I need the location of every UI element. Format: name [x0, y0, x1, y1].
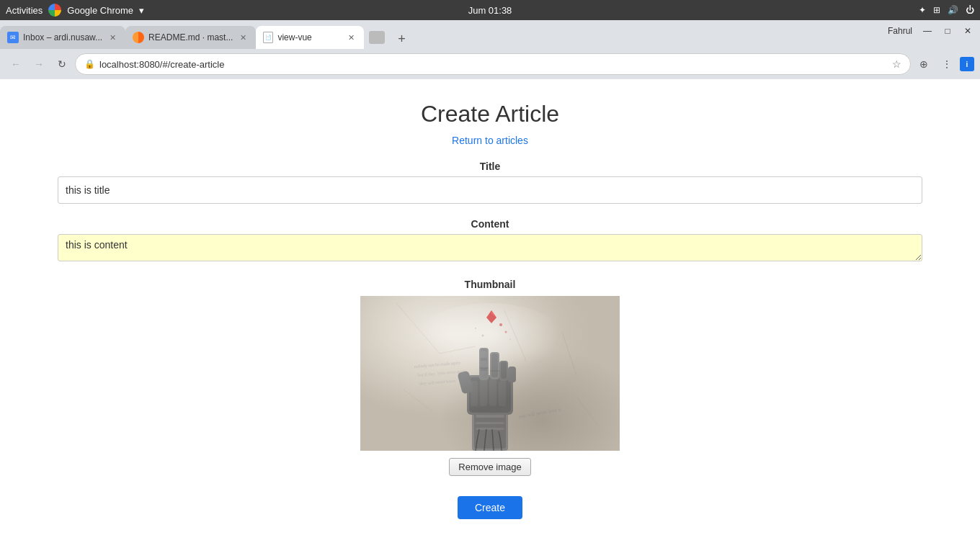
- svg-point-12: [505, 331, 507, 333]
- svg-rect-18: [476, 415, 504, 418]
- svg-rect-24: [480, 379, 487, 406]
- chrome-icon: [48, 4, 61, 17]
- window-minimize-button[interactable]: —: [918, 23, 937, 39]
- activities-label[interactable]: Activities: [6, 5, 43, 16]
- window-maximize-button[interactable]: □: [938, 23, 957, 39]
- bookmark-star-icon[interactable]: ☆: [892, 58, 901, 70]
- window-controls: Fahrul — □ ✕: [881, 20, 980, 42]
- url-lock-icon: 🔒: [84, 59, 95, 69]
- tab-view-vue[interactable]: 📄 view-vue ✕: [256, 26, 364, 49]
- return-link[interactable]: Return to articles: [452, 135, 528, 146]
- create-button-wrapper: Create: [58, 487, 922, 519]
- svg-rect-34: [499, 361, 508, 381]
- svg-rect-27: [479, 348, 489, 380]
- svg-point-13: [482, 335, 484, 337]
- url-bar[interactable]: 🔒 localhost:8080/#/create-article ☆: [75, 53, 911, 75]
- svg-line-3: [396, 303, 440, 354]
- svg-rect-33: [491, 354, 498, 377]
- address-bar: ← → ↻ 🔒 localhost:8080/#/create-article …: [0, 49, 980, 79]
- svg-rect-0: [360, 296, 620, 451]
- svg-rect-22: [469, 377, 511, 413]
- thumbnail-label: Thumbnail: [465, 279, 516, 290]
- extension-custom-icon[interactable]: i: [960, 57, 974, 71]
- thumbnail-image: nobody can be made again but if they, li…: [360, 296, 620, 451]
- content-label: Content: [58, 218, 922, 230]
- create-button[interactable]: Create: [458, 496, 522, 519]
- svg-point-11: [499, 323, 502, 326]
- svg-rect-20: [476, 428, 504, 430]
- app-name-label[interactable]: Google Chrome: [67, 5, 133, 16]
- tab-new-placeholder: [365, 26, 388, 49]
- tab-new-box: [369, 31, 385, 44]
- title-label: Title: [58, 161, 922, 172]
- tab-view-vue-close[interactable]: ✕: [345, 32, 357, 43]
- tab-inbox[interactable]: ✉ Inbox – ardi.nusaw... ✕: [0, 26, 125, 49]
- svg-line-6: [562, 332, 576, 375]
- svg-rect-23: [471, 381, 478, 406]
- svg-rect-30: [481, 361, 487, 368]
- os-topbar: Activities Google Chrome ▾ Jum 01:38 ✦ ⊞…: [0, 0, 980, 20]
- dropdown-arrow[interactable]: ▾: [139, 5, 144, 16]
- svg-marker-10: [491, 310, 496, 318]
- tab-bar: ✉ Inbox – ardi.nusaw... ✕ README.md · ma…: [0, 20, 980, 49]
- os-clock: Jum 01:38: [468, 5, 512, 16]
- tab-readme[interactable]: README.md · mast... ✕: [125, 26, 256, 49]
- reload-button[interactable]: ↻: [52, 54, 72, 74]
- thumbnail-svg: nobody can be made again but if they, li…: [360, 296, 620, 451]
- svg-point-2: [404, 303, 576, 404]
- content-textarea[interactable]: this is content: [58, 234, 922, 261]
- tray-icon-1[interactable]: ✦: [919, 5, 926, 15]
- svg-rect-17: [474, 413, 506, 449]
- toolbar-icons: ⊕ ⋮ i: [914, 54, 974, 74]
- tray-icon-volume[interactable]: 🔊: [948, 5, 958, 15]
- svg-text:they will never know: they will never know: [419, 379, 457, 386]
- extensions-icon[interactable]: ⊕: [914, 54, 934, 74]
- os-topbar-right: ✦ ⊞ 🔊 ⏻: [919, 5, 974, 15]
- svg-rect-28: [481, 349, 487, 378]
- thumbnail-section: Thumbnail: [58, 279, 922, 476]
- svg-line-7: [404, 390, 432, 411]
- svg-rect-37: [457, 370, 473, 394]
- tab-inbox-title: Inbox – ardi.nusaw...: [23, 32, 102, 42]
- title-input[interactable]: [58, 176, 922, 204]
- remove-image-button[interactable]: Remove image: [449, 458, 530, 476]
- svg-text:you will never love it: you will never love it: [518, 407, 561, 420]
- tray-icon-2[interactable]: ⊞: [933, 5, 940, 15]
- svg-rect-26: [499, 381, 506, 406]
- page-content: Create Article Return to articles Title …: [0, 79, 980, 553]
- svg-rect-19: [476, 422, 504, 424]
- tab-readme-title: README.md · mast...: [148, 32, 233, 42]
- tab-inbox-close[interactable]: ✕: [107, 32, 118, 43]
- svg-marker-9: [486, 310, 496, 323]
- svg-rect-25: [489, 379, 496, 406]
- new-tab-button[interactable]: +: [391, 29, 411, 49]
- url-text[interactable]: localhost:8080/#/create-article: [99, 59, 888, 70]
- svg-rect-32: [490, 352, 499, 379]
- svg-line-5: [504, 310, 526, 361]
- svg-rect-1: [360, 296, 620, 451]
- svg-rect-31: [481, 371, 487, 378]
- window-close-button[interactable]: ✕: [958, 23, 977, 39]
- svg-line-8: [576, 397, 598, 426]
- os-topbar-left: Activities Google Chrome ▾: [6, 4, 144, 17]
- svg-rect-16: [472, 411, 508, 451]
- form-container: Title Content this is content Thumbnail: [58, 161, 922, 519]
- tray-icon-power[interactable]: ⏻: [966, 5, 974, 15]
- tab-readme-close[interactable]: ✕: [237, 32, 249, 43]
- svg-rect-29: [481, 351, 487, 358]
- svg-rect-21: [467, 375, 513, 415]
- svg-text:nobody can be made again: nobody can be made again: [414, 360, 460, 369]
- tab-view-vue-title: view-vue: [277, 32, 341, 42]
- tab-readme-favicon: [133, 32, 144, 43]
- page-title: Create Article: [421, 101, 559, 127]
- svg-point-14: [475, 328, 476, 329]
- tab-view-vue-favicon: 📄: [263, 32, 273, 43]
- svg-rect-36: [508, 367, 516, 382]
- forward-button[interactable]: →: [29, 54, 49, 74]
- tab-inbox-favicon: ✉: [7, 32, 19, 43]
- more-tools-icon[interactable]: ⋮: [937, 54, 957, 74]
- back-button[interactable]: ←: [6, 54, 26, 74]
- browser-window: ✉ Inbox – ardi.nusaw... ✕ README.md · ma…: [0, 20, 980, 553]
- window-user-label: Fahrul: [883, 24, 917, 37]
- svg-text:but if they, little seem apart: but if they, little seem apart: [418, 369, 466, 377]
